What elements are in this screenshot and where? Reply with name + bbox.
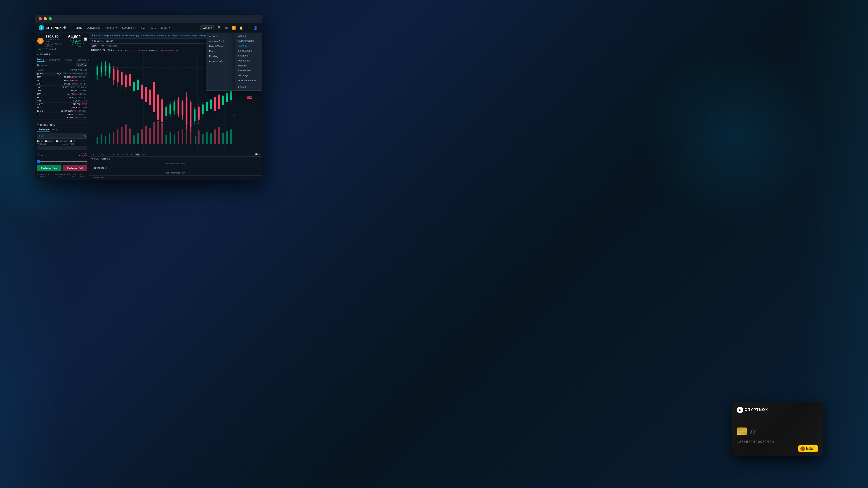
ticker-tab-derivatives[interactable]: Derivatives <box>49 58 60 61</box>
chart-type-icon[interactable] <box>101 44 104 47</box>
oco-checkbox[interactable] <box>37 140 39 142</box>
dropdown-verification[interactable]: Verification <box>235 58 262 63</box>
ticker-row-mim[interactable]: MIM 67,196 0.00% 28 <box>35 99 89 103</box>
tf-1d[interactable]: 1d <box>121 153 124 156</box>
ticker-row-usd[interactable]: USD 64,500 0.71% 23,796,651 10× <box>35 86 89 89</box>
bell-button[interactable]: 🔔 <box>238 25 244 31</box>
ticker-filter-select[interactable]: ANY <box>76 64 87 67</box>
tf-3m[interactable]: 3m <box>100 153 105 156</box>
chart-mini-icon[interactable]: 📈 <box>84 37 87 41</box>
dropdown-funding[interactable]: Funding <box>206 54 235 59</box>
calendar-icon[interactable]: 📅 <box>255 153 258 156</box>
order-tab-exchange[interactable]: Exchange <box>37 128 51 132</box>
ticker-row-xaut[interactable]: XAUT 26,285 0.51% 45,767 <box>35 96 89 99</box>
chart-title[interactable]: ▼ CHART BTC/USD <box>91 40 113 42</box>
ticker-row-mxnt[interactable]: MXNT 1,225,000 2.08% 8 <box>35 103 89 106</box>
ticker-row-gbp[interactable]: GBP 50,752 1.85% 124,087 3.3× <box>35 82 89 86</box>
exchange-buy-button[interactable]: Exchange Buy <box>37 165 61 171</box>
nav-funding[interactable]: Funding ▼ <box>102 23 120 33</box>
dropdown-reports[interactable]: Reports <box>235 63 262 68</box>
dropdown-interface[interactable]: Interface <box>235 53 262 58</box>
order-form-header[interactable]: ▼ ORDER FORM <box>37 124 87 126</box>
nav-trading[interactable]: Trading <box>71 23 85 33</box>
nav-otc[interactable]: OTC <box>149 23 159 33</box>
tif-checkbox[interactable] <box>70 140 72 142</box>
wallet-button[interactable]: Wallet ▼ <box>200 25 215 30</box>
ticker-row-btc[interactable]: BTC 64,602 USD 0.79% 74,256,240 10× <box>35 72 89 75</box>
tf-30m[interactable]: 30m <box>135 153 140 156</box>
tf-1m[interactable]: 1m <box>105 153 110 156</box>
ticker-row-btc2[interactable]: BTC 0.001068 3.91% 45,009 3.3× <box>35 113 89 116</box>
chart-tf-30m[interactable]: 30m <box>91 44 97 47</box>
nav-derivatives[interactable]: Derivatives <box>85 23 102 33</box>
orders-header[interactable]: ▼ ORDERS (0) ▼ <box>89 166 262 170</box>
basic-plus-link[interactable]: Basic Plus <box>72 173 80 177</box>
ticker-row-eur2[interactable]: EUR 61,470 1.22% 5,257 3.3× <box>35 92 89 96</box>
dropdown-announcements[interactable]: Announcements <box>235 78 262 83</box>
tickers-header[interactable]: ▼ TICKERS <box>35 53 89 57</box>
grid-button[interactable]: ⊞ <box>223 25 230 31</box>
pulse-bar[interactable]: ▲ Bitfinex Pulse <box>89 175 262 180</box>
ticker-row-jpy[interactable]: JPY 9,652,700 0.96% 2,253 3.3× <box>35 79 89 82</box>
ticker-tab-funding[interactable]: Funding <box>64 58 72 61</box>
ticker-tab-securities[interactable]: Securities <box>76 58 86 61</box>
maximize-button[interactable] <box>49 17 52 20</box>
order-slider[interactable] <box>37 161 87 162</box>
tf-1y[interactable]: 1y <box>96 153 99 156</box>
order-cb-oco[interactable]: OCO <box>37 140 43 142</box>
tf-1w[interactable]: 1w <box>111 153 115 156</box>
dropdown-sub-accounts[interactable]: Sub-Accounts <box>235 38 262 43</box>
dropdown-date-time[interactable]: Date & Time <box>206 44 235 49</box>
nav-securities[interactable]: Securities ▼ <box>120 23 139 33</box>
post-only-checkbox[interactable] <box>56 140 58 142</box>
dropdown-notifications[interactable]: Notifications <box>235 48 262 53</box>
tf-3y[interactable]: 3y <box>91 153 95 156</box>
info-circle-icon[interactable]: ℹ <box>84 41 87 44</box>
order-cb-tif[interactable]: TIF <box>70 140 75 142</box>
tf-more-icon[interactable]: ⊕ <box>258 153 260 156</box>
exchange-sell-button[interactable]: Exchange Sell <box>63 165 88 171</box>
positions-header[interactable]: ▼ POSITIONS (0) <box>89 157 262 161</box>
nav-p2p[interactable]: P2P <box>139 23 149 33</box>
ticker-search-input[interactable] <box>41 64 75 67</box>
dropdown-api-keys[interactable]: API Keys <box>235 73 262 78</box>
order-tab-more[interactable]: ··· <box>86 128 87 132</box>
ticker-row-ltc[interactable]: LTC 69,057 USD 2.98% 487,285 5× <box>35 109 89 113</box>
tf-6h[interactable]: 6h <box>125 153 129 156</box>
orders-filter-icon[interactable]: ▼ <box>109 167 111 169</box>
tf-3d[interactable]: 3d <box>116 153 120 156</box>
minimize-button[interactable] <box>43 17 47 20</box>
search-button[interactable]: 🔍 <box>216 25 222 31</box>
order-tab-margin[interactable]: Margin <box>51 128 61 132</box>
nav-more[interactable]: More ▼ <box>159 23 173 33</box>
dropdown-account-info[interactable]: Account Info <box>206 59 235 64</box>
dropdown-logout[interactable]: Logout <box>235 85 262 90</box>
dropdown-account[interactable]: Account <box>206 34 235 39</box>
wifi-button[interactable]: 📶 <box>230 25 237 31</box>
dropdown-fees[interactable]: Fees <box>206 49 235 54</box>
price-field-input[interactable] <box>37 146 62 150</box>
ticker-tab-trading[interactable]: Trading <box>37 58 44 62</box>
new-deposit-link[interactable]: new deposit <box>167 34 179 37</box>
ticker-row-try[interactable]: TRY 2,254,300 0.00% 14 <box>35 106 89 109</box>
asset-info-icon[interactable]: ℹ <box>59 35 60 38</box>
col-last[interactable]: LAST <box>70 69 75 71</box>
transfer-funds-link[interactable]: Transfer funds <box>141 34 155 37</box>
tf-15m[interactable]: 15m <box>141 153 147 156</box>
order-cb-hidden[interactable]: HIDDEN <box>45 140 54 142</box>
dropdown-address-book[interactable]: Address Book <box>206 39 235 44</box>
logo[interactable]: ₿ BITFINEX 💎 <box>39 25 66 31</box>
col-vol[interactable]: VOL USD <box>79 69 87 71</box>
order-cb-post-only[interactable]: POST-ONLY <box>56 140 68 142</box>
verify-link[interactable]: verify <box>55 173 59 175</box>
dropdown-leaderboard[interactable]: Leaderboard <box>235 68 262 73</box>
amount-field-input[interactable] <box>63 146 88 150</box>
help-button[interactable]: ? <box>245 25 251 31</box>
hidden-checkbox[interactable] <box>45 140 47 142</box>
user-button[interactable]: 👤 <box>252 25 258 31</box>
tf-1h[interactable]: 1h <box>130 153 134 156</box>
dropdown-security[interactable]: Security <box>235 43 262 48</box>
ticker-row-last[interactable]: ... 49,033 2.99% 56,148 5× <box>35 116 89 120</box>
order-type-select[interactable]: Limit Market Stop <box>37 133 87 139</box>
col-name[interactable]: NAME <box>37 69 70 71</box>
